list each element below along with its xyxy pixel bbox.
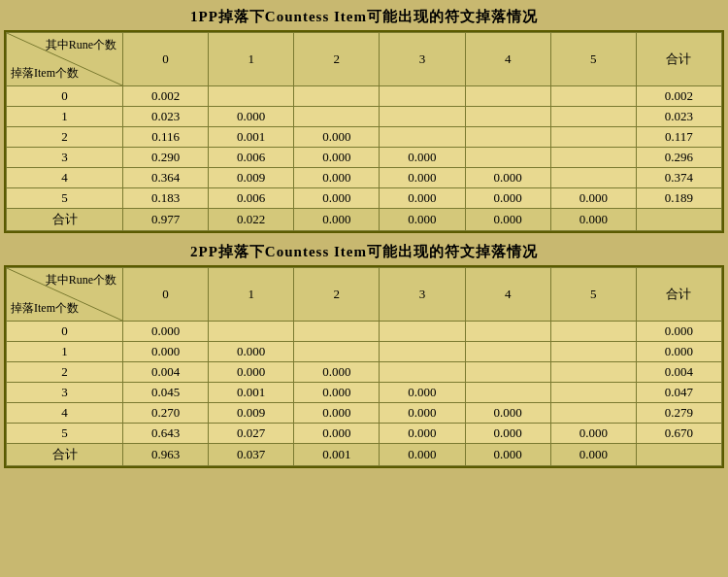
- col-header-5: 5: [550, 33, 636, 86]
- total-cell-0: 0.963: [123, 444, 209, 466]
- cell-3-4: [465, 383, 550, 403]
- cell-5-0: 0.183: [123, 188, 209, 209]
- cell-5-5: 0.000: [550, 188, 636, 209]
- cell-2-3: [380, 362, 465, 383]
- cell-3-0: 0.045: [123, 383, 209, 403]
- cell-4-5: [550, 168, 636, 188]
- total-cell-1: 0.022: [209, 209, 294, 231]
- col-header-0: 0: [123, 33, 209, 86]
- cell-5-4: 0.000: [465, 188, 550, 209]
- row-label: 5: [7, 188, 123, 209]
- cell-3-0: 0.290: [123, 148, 209, 168]
- cell-1-6: 0.023: [636, 107, 721, 127]
- row-label: 4: [7, 168, 123, 188]
- row-label: 0: [7, 322, 123, 342]
- cell-4-0: 0.364: [123, 168, 209, 188]
- cell-2-1: 0.000: [209, 362, 294, 383]
- cell-3-2: 0.000: [294, 383, 380, 403]
- col-header-4: 4: [465, 33, 550, 86]
- row-label: 3: [7, 148, 123, 168]
- cell-5-1: 0.006: [209, 188, 294, 209]
- cell-0-6: 0.002: [636, 86, 721, 107]
- cell-2-5: [550, 127, 636, 148]
- cell-3-3: 0.000: [380, 383, 465, 403]
- total-cell-5: 0.000: [550, 209, 636, 231]
- cell-1-4: [465, 342, 550, 362]
- cell-5-2: 0.000: [294, 188, 380, 209]
- cell-5-2: 0.000: [294, 424, 380, 444]
- table-row: 10.0000.0000.000: [7, 342, 722, 362]
- cell-4-4: 0.000: [465, 403, 550, 424]
- cell-1-5: [550, 342, 636, 362]
- cell-1-5: [550, 107, 636, 127]
- table-row: 30.2900.0060.0000.0000.296: [7, 148, 722, 168]
- total-row: 合计0.9770.0220.0000.0000.0000.000: [7, 209, 722, 231]
- cell-2-4: [465, 362, 550, 383]
- total-cell-2: 0.001: [294, 444, 380, 466]
- table-row: 40.3640.0090.0000.0000.0000.374: [7, 168, 722, 188]
- cell-3-2: 0.000: [294, 148, 380, 168]
- cell-4-1: 0.009: [209, 403, 294, 424]
- corner-bottom-label: 掉落Item个数: [11, 300, 79, 317]
- total-cell-1: 0.037: [209, 444, 294, 466]
- cell-4-3: 0.000: [380, 168, 465, 188]
- row-label: 5: [7, 424, 123, 444]
- cell-1-1: 0.000: [209, 107, 294, 127]
- table-row: 50.1830.0060.0000.0000.0000.0000.189: [7, 188, 722, 209]
- cell-5-3: 0.000: [380, 424, 465, 444]
- total-cell-6: [636, 209, 721, 231]
- col-header-3: 3: [380, 33, 465, 86]
- row-label: 2: [7, 127, 123, 148]
- cell-3-4: [465, 148, 550, 168]
- cell-2-6: 0.004: [636, 362, 721, 383]
- cell-2-1: 0.001: [209, 127, 294, 148]
- cell-1-3: [380, 107, 465, 127]
- cell-1-1: 0.000: [209, 342, 294, 362]
- cell-0-3: [380, 86, 465, 107]
- total-label: 合计: [7, 209, 123, 231]
- cell-1-2: [294, 107, 380, 127]
- cell-0-2: [294, 322, 380, 342]
- table-row: 20.0040.0000.0000.004: [7, 362, 722, 383]
- table-row: 10.0230.0000.023: [7, 107, 722, 127]
- total-row: 合计0.9630.0370.0010.0000.0000.000: [7, 444, 722, 466]
- cell-1-0: 0.000: [123, 342, 209, 362]
- table-wrap-0: 其中Rune个数掉落Item个数012345合计00.0020.00210.02…: [4, 30, 724, 233]
- col-header-6: 合计: [636, 33, 721, 86]
- table-row: 30.0450.0010.0000.0000.047: [7, 383, 722, 403]
- table-row: 20.1160.0010.0000.117: [7, 127, 722, 148]
- cell-2-2: 0.000: [294, 362, 380, 383]
- cell-4-2: 0.000: [294, 403, 380, 424]
- cell-0-5: [550, 322, 636, 342]
- corner-cell: 其中Rune个数掉落Item个数: [7, 268, 123, 322]
- cell-5-3: 0.000: [380, 188, 465, 209]
- col-header-5: 5: [550, 268, 636, 322]
- col-header-2: 2: [294, 33, 380, 86]
- table-title-1: 2PP掉落下Countess Item可能出现的符文掉落情况: [4, 239, 724, 265]
- cell-0-2: [294, 86, 380, 107]
- cell-2-0: 0.116: [123, 127, 209, 148]
- col-header-4: 4: [465, 268, 550, 322]
- cell-1-4: [465, 107, 550, 127]
- cell-4-6: 0.374: [636, 168, 721, 188]
- cell-4-5: [550, 403, 636, 424]
- cell-0-3: [380, 322, 465, 342]
- cell-0-0: 0.002: [123, 86, 209, 107]
- cell-5-0: 0.643: [123, 424, 209, 444]
- cell-4-0: 0.270: [123, 403, 209, 424]
- col-header-0: 0: [123, 268, 209, 322]
- cell-4-2: 0.000: [294, 168, 380, 188]
- table-row: 00.0020.002: [7, 86, 722, 107]
- cell-0-0: 0.000: [123, 322, 209, 342]
- cell-3-3: 0.000: [380, 148, 465, 168]
- cell-5-1: 0.027: [209, 424, 294, 444]
- row-label: 3: [7, 383, 123, 403]
- cell-0-1: [209, 86, 294, 107]
- col-header-1: 1: [209, 33, 294, 86]
- cell-1-6: 0.000: [636, 342, 721, 362]
- corner-top-label: 其中Rune个数: [46, 272, 116, 288]
- cell-3-6: 0.296: [636, 148, 721, 168]
- row-label: 1: [7, 107, 123, 127]
- corner-cell: 其中Rune个数掉落Item个数: [7, 33, 123, 86]
- cell-3-5: [550, 148, 636, 168]
